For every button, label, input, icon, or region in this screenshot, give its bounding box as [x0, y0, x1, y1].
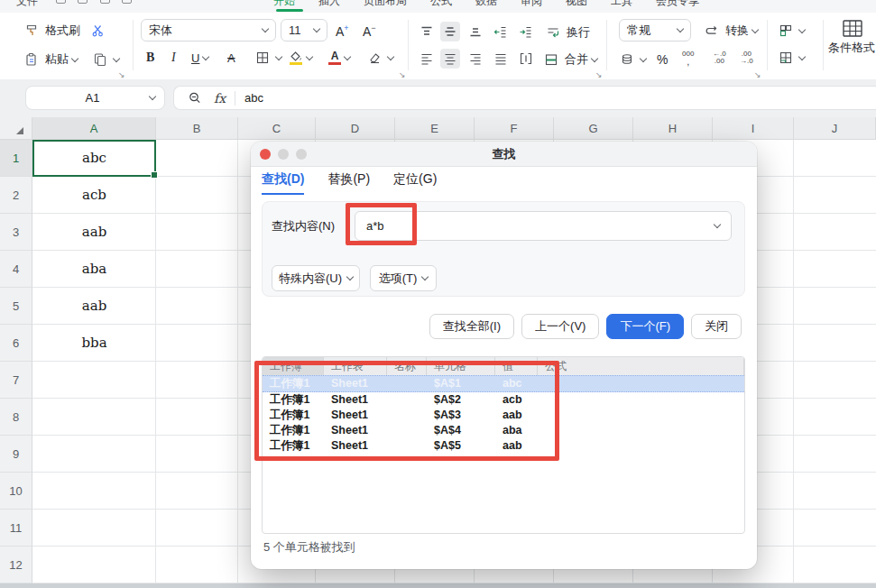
- currency-dropdown-icon[interactable]: [640, 54, 647, 61]
- font-launcher-icon[interactable]: ↘: [399, 70, 406, 79]
- italic-button[interactable]: I: [171, 47, 176, 69]
- menu-tab-6[interactable]: 审阅: [521, 0, 542, 9]
- redo-icon[interactable]: [122, 0, 132, 4]
- menu-tab-1[interactable]: 开始: [273, 0, 295, 9]
- paste-dropdown-icon[interactable]: [71, 54, 78, 61]
- font-name-select[interactable]: 宋体: [141, 19, 276, 41]
- tab-replace[interactable]: 替换(P): [327, 171, 370, 195]
- close-button[interactable]: 关闭: [691, 314, 742, 339]
- underline-button[interactable]: U: [191, 47, 208, 69]
- bold-button[interactable]: B: [146, 47, 154, 69]
- align-center-button[interactable]: [440, 49, 460, 69]
- fx-icon[interactable]: fx: [214, 91, 226, 106]
- column-header-H[interactable]: H: [633, 117, 713, 140]
- decrease-decimal-button[interactable]: .00→.0: [740, 47, 753, 69]
- previous-button[interactable]: 上一个(V): [521, 314, 599, 339]
- column-header-F[interactable]: F: [475, 117, 554, 140]
- find-all-button[interactable]: 查找全部(I): [429, 314, 514, 339]
- clipboard-launcher-icon[interactable]: ↘: [118, 70, 125, 79]
- menu-tab-2[interactable]: 插入: [318, 0, 340, 9]
- convert-button[interactable]: 转换: [702, 20, 758, 41]
- convert-dropdown-icon[interactable]: [752, 25, 759, 32]
- undo-icon[interactable]: [100, 0, 110, 4]
- paste-button[interactable]: 粘贴: [22, 49, 78, 70]
- justify-button[interactable]: [491, 49, 511, 69]
- row-header-3[interactable]: 3: [0, 214, 32, 251]
- thousands-separator-button[interactable]: 000,: [682, 47, 694, 69]
- select-all-corner[interactable]: [0, 117, 32, 140]
- merge-cells-button[interactable]: 合并: [541, 49, 597, 70]
- insert-cells-button[interactable]: [776, 20, 805, 41]
- formula-input[interactable]: fx abc: [173, 86, 876, 110]
- font-color-button[interactable]: A: [328, 47, 350, 69]
- column-header-B[interactable]: B: [156, 117, 238, 140]
- align-left-button[interactable]: [417, 49, 437, 69]
- vertical-text-button[interactable]: [516, 49, 536, 69]
- menu-tab-7[interactable]: 视图: [566, 0, 587, 9]
- font-color-dropdown-icon[interactable]: [344, 52, 351, 60]
- tab-goto[interactable]: 定位(G): [393, 171, 437, 195]
- active-cell-selection[interactable]: [32, 140, 156, 177]
- eraser-button[interactable]: [364, 47, 393, 69]
- save-icon[interactable]: [56, 0, 66, 4]
- currency-button[interactable]: [617, 49, 646, 70]
- menu-tab-4[interactable]: 公式: [430, 0, 452, 9]
- row-header-10[interactable]: 10: [0, 473, 32, 510]
- align-right-button[interactable]: [466, 49, 485, 69]
- cell-A3[interactable]: aab: [32, 214, 156, 251]
- merge-dropdown-icon[interactable]: [591, 54, 598, 61]
- column-header-A[interactable]: A: [32, 117, 156, 140]
- cut-button[interactable]: [88, 20, 108, 41]
- eraser-dropdown-icon[interactable]: [387, 52, 394, 60]
- menu-tab-9[interactable]: 会员专享: [656, 0, 699, 9]
- decrease-font-button[interactable]: A−: [363, 20, 376, 41]
- zoom-out-icon[interactable]: [185, 88, 205, 108]
- increase-indent-button[interactable]: [516, 22, 536, 41]
- conditional-format-button[interactable]: 条件格式: [828, 18, 876, 56]
- row-header-7[interactable]: 7: [0, 362, 32, 399]
- row-header-1[interactable]: 1: [0, 140, 32, 177]
- tab-find[interactable]: 查找(D): [262, 171, 304, 195]
- row-header-6[interactable]: 6: [0, 325, 32, 362]
- valign-bottom-button[interactable]: [466, 22, 485, 41]
- row-header-12[interactable]: 12: [0, 547, 32, 583]
- special-content-button[interactable]: 特殊内容(U): [272, 265, 360, 291]
- delete-cells-dropdown-icon[interactable]: [798, 52, 806, 60]
- row-header-8[interactable]: 8: [0, 399, 32, 436]
- number-format-select[interactable]: 常规: [619, 19, 691, 41]
- delete-cells-button[interactable]: [776, 47, 805, 69]
- row-header-4[interactable]: 4: [0, 251, 32, 288]
- number-launcher-icon[interactable]: ↘: [754, 70, 761, 79]
- column-header-D[interactable]: D: [316, 117, 395, 140]
- cell-A5[interactable]: aab: [32, 288, 156, 325]
- cell-A2[interactable]: acb: [32, 177, 156, 214]
- row-header-9[interactable]: 9: [0, 436, 32, 473]
- copy-button[interactable]: [90, 49, 119, 70]
- percent-button[interactable]: %: [657, 49, 668, 70]
- strikethrough-button[interactable]: A: [227, 47, 235, 69]
- column-header-I[interactable]: I: [713, 117, 794, 140]
- fill-color-button[interactable]: [289, 47, 312, 69]
- increase-decimal-button[interactable]: ←.0.00: [713, 47, 726, 69]
- fill-color-dropdown-icon[interactable]: [306, 52, 313, 60]
- menu-file[interactable]: 文件: [16, 0, 38, 9]
- valign-middle-button[interactable]: [440, 22, 460, 41]
- menu-tab-8[interactable]: 工具: [611, 0, 632, 9]
- underline-dropdown-icon[interactable]: [202, 52, 209, 60]
- cell-A4[interactable]: aba: [32, 251, 156, 288]
- format-painter-button[interactable]: 格式刷: [22, 20, 80, 41]
- name-box-dropdown-icon[interactable]: [149, 93, 156, 100]
- wrap-text-button[interactable]: 换行: [543, 22, 590, 43]
- borders-button[interactable]: [253, 47, 281, 69]
- borders-dropdown-icon[interactable]: [275, 52, 282, 60]
- print-icon[interactable]: [78, 0, 88, 4]
- results-col-header-6[interactable]: 公式: [538, 357, 744, 375]
- column-header-J[interactable]: J: [794, 117, 876, 140]
- font-size-select[interactable]: 11: [281, 19, 327, 41]
- decrease-indent-button[interactable]: [491, 22, 511, 41]
- row-header-2[interactable]: 2: [0, 177, 32, 214]
- valign-top-button[interactable]: [417, 22, 437, 41]
- column-header-G[interactable]: G: [554, 117, 633, 140]
- insert-cells-dropdown-icon[interactable]: [798, 25, 806, 32]
- increase-font-button[interactable]: A+: [336, 20, 349, 41]
